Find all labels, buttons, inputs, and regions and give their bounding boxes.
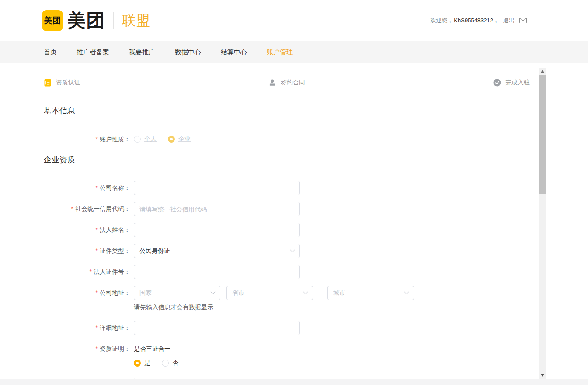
legal-cert-no-row: *法人证件号： [44,265,530,279]
arrow-up-icon [541,70,544,73]
meituan-logo-icon: 美团 [42,10,63,31]
address-selects: 国家 省市 城市 [134,286,414,300]
nav-item-promote[interactable]: 我要推广 [129,48,155,56]
legal-name-label: *法人姓名： [44,223,134,237]
step-qualification: 资质认证 [44,79,80,87]
company-address-row: *公司地址： 国家 省市 城市 请先输入信息才会有数 [44,286,530,314]
logo-wordmark: 美团 [67,8,105,33]
step-complete: 完成入驻 [493,79,530,87]
document-icon [44,79,52,87]
radio-enterprise-label: 企业 [178,135,191,143]
vertical-scrollbar[interactable] [539,68,546,379]
chevron-down-icon [303,289,308,294]
company-name-row: *公司名称： [44,181,530,195]
required-mark: * [96,136,98,143]
step-connector [87,83,262,83]
stamp-icon [268,79,276,87]
nav-item-home[interactable]: 首页 [44,48,57,56]
company-name-input[interactable] [134,181,300,195]
required-mark: * [71,205,73,212]
section-title-enterprise: 企业资质 [44,154,530,165]
radio-yes[interactable]: 是 [134,359,150,367]
credit-code-input[interactable] [134,202,300,216]
nav-item-promoter-record[interactable]: 推广者备案 [77,48,109,56]
step-contract: 签约合同 [268,79,305,87]
radio-circle-unchecked [162,360,169,367]
credit-code-label: *社会统一信用代码： [44,202,134,216]
required-mark: * [96,345,98,352]
qualification-row: *资质证明： 是否三证合一 是 否 [44,342,530,367]
radio-personal[interactable]: 个人 [134,135,157,143]
required-mark: * [90,268,92,275]
user-area: 欢迎您， KhS955483212， 退出 [430,17,527,24]
three-in-one-question: 是否三证合一 [134,345,178,352]
credit-code-row: *社会统一信用代码： [44,202,530,216]
qualification-label: *资质证明： [44,345,134,367]
onboarding-stepper: 资质认证 签约合同 完成入驻 [44,78,530,87]
enterprise-form: *公司名称： *社会统一信用代码： *法人姓名： *证件类型： 公民身份证 *法… [44,181,530,385]
required-mark: * [96,247,98,254]
address-helper-text: 请先输入信息才会有数据显示 [134,304,414,311]
company-address-fields: 国家 省市 城市 请先输入信息才会有数据显示 [134,286,414,314]
welcome-text: 欢迎您， [430,17,453,24]
scroll-up-button[interactable] [539,68,546,75]
required-mark: * [96,184,98,191]
radio-circle-unchecked [134,136,141,143]
cert-type-value: 公民身份证 [139,247,170,255]
city-placeholder: 城市 [333,289,345,297]
company-address-label: *公司地址： [44,286,134,314]
cert-type-label: *证件类型： [44,244,134,258]
province-select[interactable]: 省市 [226,286,313,300]
footer-strip [0,379,588,385]
username: KhS955483212， [454,17,499,24]
radio-personal-label: 个人 [144,135,157,143]
chevron-down-icon [210,289,215,294]
section-title-basic-info: 基本信息 [44,105,530,116]
mail-icon[interactable] [519,18,527,23]
province-placeholder: 省市 [232,289,244,297]
city-select[interactable]: 城市 [327,286,414,300]
meituan-logo[interactable]: 美团 美团 联盟 [42,8,151,33]
step-label: 签约合同 [281,79,305,87]
header: 美团 美团 联盟 欢迎您， KhS955483212， 退出 [0,0,588,41]
radio-enterprise[interactable]: 企业 [168,135,191,143]
step-label: 资质认证 [56,79,80,87]
main-content: 资质认证 签约合同 完成入驻 基本信息 *账户性质： 个人 [0,63,530,385]
logo-badge-text: 美团 [44,15,61,26]
radio-yes-label: 是 [144,359,150,367]
three-in-one-options: 是 否 [134,359,178,367]
legal-name-row: *法人姓名： [44,223,530,237]
account-type-label: *账户性质： [44,135,134,143]
required-mark: * [96,324,98,331]
nav-item-account-management[interactable]: 账户管理 [267,48,293,56]
nav-item-data-center[interactable]: 数据中心 [175,48,201,56]
required-mark: * [96,226,98,233]
brand-suffix: 联盟 [122,11,151,30]
legal-name-input[interactable] [134,223,300,237]
qualification-fields: 是否三证合一 是 否 [134,345,178,367]
legal-cert-no-label: *法人证件号： [44,265,134,279]
radio-no-label: 否 [172,359,178,367]
radio-circle-checked [168,136,175,143]
chevron-down-icon [290,247,295,252]
account-type-row: *账户性质： 个人 企业 [44,135,530,143]
scroll-down-button[interactable] [539,372,546,379]
logout-link[interactable]: 退出 [503,17,515,24]
nav-item-settlement-center[interactable]: 结算中心 [221,48,247,56]
radio-no[interactable]: 否 [162,359,178,367]
detail-address-label: *详细地址： [44,321,134,335]
cert-type-select[interactable]: 公民身份证 [134,244,300,258]
arrow-down-icon [541,374,544,377]
main-nav: 首页 推广者备案 我要推广 数据中心 结算中心 账户管理 [0,41,588,63]
logo-divider [113,12,114,29]
cert-type-row: *证件类型： 公民身份证 [44,244,530,258]
detail-address-row: *详细地址： [44,321,530,335]
legal-cert-no-input[interactable] [134,265,300,279]
country-placeholder: 国家 [139,289,152,297]
check-circle-icon [493,79,501,87]
scrollbar-thumb[interactable] [539,75,546,194]
country-select[interactable]: 国家 [134,286,220,300]
detail-address-input[interactable] [134,321,300,335]
step-connector [311,83,487,83]
chevron-down-icon [404,289,409,294]
